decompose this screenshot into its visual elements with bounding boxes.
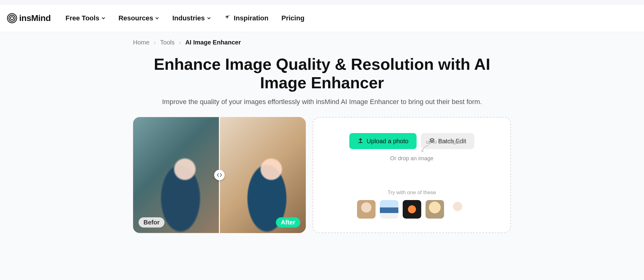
arrow-curve-icon [420,145,430,153]
main-header: insMind Free Tools Resources Industries … [0,4,644,32]
breadcrumb-tools[interactable]: Tools [160,39,175,46]
upload-icon [357,137,364,145]
nav-label: Inspiration [234,14,268,22]
nav-label: Industries [172,14,205,22]
chevron-right-icon: › [154,39,156,46]
compare-handle[interactable] [214,170,225,180]
sample-thumb-5[interactable] [448,200,467,219]
page-subtitle: Improve the quality of your images effor… [133,98,511,106]
nav-label: Resources [118,14,153,22]
sample-section: Try with one of these [357,190,467,219]
nav-industries[interactable]: Industries [172,14,211,22]
sample-thumb-2[interactable] [380,200,398,219]
after-image [219,117,306,233]
panels: Befor After up to 30 images Upload a pho… [133,117,511,233]
sample-thumb-3[interactable] [403,200,421,219]
sample-thumb-4[interactable] [426,200,444,219]
breadcrumb-home[interactable]: Home [133,39,149,46]
nav-label: Pricing [281,14,305,22]
upload-limit-note: up to 30 images [426,139,461,145]
samples-label: Try with one of these [357,190,467,196]
before-image [133,117,219,233]
logo-icon [7,13,17,23]
drop-hint: Or drop an image [390,155,433,162]
nav-label: Free Tools [65,14,99,22]
svg-point-1 [9,15,15,21]
main-nav: Free Tools Resources Industries Inspirat… [65,14,304,22]
browser-address-bar [0,0,644,4]
upload-photo-button[interactable]: Upload a photo [349,133,417,149]
chevron-down-icon [101,16,106,20]
nav-free-tools[interactable]: Free Tools [65,14,106,22]
sparkle-icon [224,14,230,22]
nav-resources[interactable]: Resources [118,14,160,22]
chevron-down-icon [155,16,159,20]
breadcrumb: Home › Tools › AI Image Enhancer [133,39,511,46]
brand-name: insMind [19,13,51,23]
sample-thumb-1[interactable] [357,200,376,219]
nav-inspiration[interactable]: Inspiration [224,14,268,22]
chevron-right-icon: › [179,39,181,46]
upload-limit-text: up to 30 images [426,139,461,144]
svg-point-2 [10,17,14,20]
page-title: Enhance Image Quality & Resolution with … [133,55,511,92]
sample-thumbnails [357,200,467,219]
hero: Enhance Image Quality & Resolution with … [133,55,511,106]
after-label: After [276,217,300,228]
before-after-preview: Befor After [133,117,306,233]
nav-pricing[interactable]: Pricing [281,14,305,22]
chevron-down-icon [207,16,211,20]
drag-horizontal-icon [217,172,222,178]
svg-point-3 [228,15,229,16]
breadcrumb-current: AI Image Enhancer [185,39,241,46]
page-body: Home › Tools › AI Image Enhancer Enhance… [0,32,644,280]
upload-card[interactable]: up to 30 images Upload a photo Batch Edi… [313,117,511,233]
brand-logo[interactable]: insMind [7,13,51,23]
button-label: Upload a photo [367,138,409,145]
before-label: Befor [139,217,164,228]
